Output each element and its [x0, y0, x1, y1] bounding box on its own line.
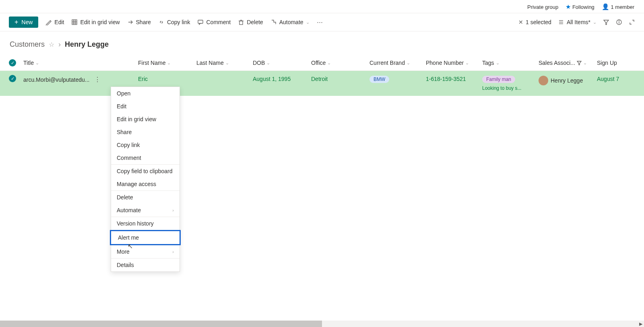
comment-icon: [197, 19, 204, 25]
chevron-down-icon: ⌄: [496, 60, 500, 66]
chevron-down-icon: ⌄: [225, 60, 229, 66]
copy-link-button[interactable]: Copy link: [158, 19, 190, 25]
menu-details[interactable]: Details: [111, 259, 180, 271]
column-tags[interactable]: Tags ⌄: [482, 60, 539, 66]
column-current-brand[interactable]: Current Brand ⌄: [369, 60, 426, 66]
column-dob[interactable]: DOB ⌄: [253, 60, 311, 66]
chevron-down-icon: ⌄: [327, 60, 331, 66]
trash-icon: [238, 19, 244, 25]
row-office: Detroit: [311, 75, 369, 82]
column-last-name[interactable]: Last Name ⌄: [196, 60, 253, 66]
more-actions-button[interactable]: ⋯: [317, 19, 323, 26]
menu-delete[interactable]: Delete: [111, 191, 180, 204]
svg-rect-6: [239, 21, 243, 25]
menu-version-history[interactable]: Version history: [111, 217, 180, 230]
menu-copy-field[interactable]: Copy field to clipboard: [111, 165, 180, 178]
chevron-right-icon: ›: [172, 208, 174, 213]
table-header: ✓ Title ⌄ First Name ⌄ Last Name ⌄ DOB ⌄…: [0, 55, 644, 71]
ellipsis-icon: ⋯: [317, 19, 323, 26]
menu-edit[interactable]: Edit: [111, 100, 180, 113]
svg-rect-5: [198, 20, 203, 23]
row-dob: August 1, 1995: [253, 75, 311, 82]
expand-button[interactable]: [629, 19, 635, 25]
column-phone[interactable]: Phone Number ⌄: [426, 60, 482, 66]
column-sign-up[interactable]: Sign Up: [597, 60, 629, 66]
column-title[interactable]: Title ⌄: [23, 60, 138, 66]
row-first-name: Eric: [138, 75, 196, 82]
avatar: [539, 76, 548, 85]
horizontal-scrollbar[interactable]: ▶: [0, 321, 644, 327]
row-phone: 1-618-159-3521: [426, 75, 482, 82]
filter-icon: [577, 60, 582, 65]
brand-pill: BMW: [369, 76, 389, 83]
row-last-name: [196, 75, 253, 76]
breadcrumb: Customers ☆ › Henry Legge: [0, 31, 644, 55]
tag-pill: Family man: [482, 76, 515, 83]
filter-button[interactable]: [603, 19, 609, 25]
pencil-icon: [45, 19, 52, 25]
favorite-star-icon[interactable]: ☆: [49, 41, 54, 48]
chevron-down-icon: ⌄: [593, 20, 597, 25]
scrollbar-thumb[interactable]: [0, 321, 322, 327]
privacy-label: Private group: [527, 4, 558, 10]
context-menu: Open Edit Edit in grid view Share Copy l…: [111, 87, 180, 272]
row-select-toggle[interactable]: ✓: [9, 75, 16, 82]
svg-point-14: [619, 21, 619, 21]
share-icon: [127, 19, 134, 25]
star-icon: ★: [566, 3, 571, 10]
breadcrumb-item: Henry Legge: [65, 40, 109, 49]
menu-share[interactable]: Share: [111, 126, 180, 139]
tag-text: Looking to buy s...: [482, 85, 539, 91]
breadcrumb-list[interactable]: Customers: [10, 40, 45, 49]
automate-button[interactable]: Automate ⌄: [270, 19, 310, 25]
menu-manage-access[interactable]: Manage access: [111, 178, 180, 190]
edit-grid-button[interactable]: Edit in grid view: [71, 19, 120, 25]
close-icon: ✕: [518, 19, 523, 25]
new-button[interactable]: +New: [9, 17, 38, 28]
comment-button[interactable]: Comment: [197, 19, 231, 25]
chevron-down-icon: ⌄: [583, 60, 587, 66]
row-more-button[interactable]: ⋮: [93, 76, 101, 83]
flow-icon: [270, 19, 277, 25]
expand-icon: [629, 19, 635, 25]
info-icon: [616, 19, 622, 25]
chevron-right-icon: ›: [58, 40, 61, 49]
plus-icon: +: [14, 19, 18, 25]
column-sales-associate[interactable]: Sales Associ... ⌄: [539, 60, 597, 66]
clear-selection-button[interactable]: ✕ 1 selected: [518, 19, 551, 25]
info-button[interactable]: [616, 19, 622, 25]
delete-button[interactable]: Delete: [238, 19, 263, 25]
chevron-down-icon: ⌄: [407, 60, 410, 66]
chevron-down-icon: ⌄: [266, 60, 270, 66]
sales-associate-name: Henry Legge: [551, 77, 583, 84]
action-bar: +New Edit Edit in grid view Share Copy l…: [0, 13, 644, 31]
row-title[interactable]: arcu.Morbi@vulputatedu...: [23, 77, 89, 83]
menu-copy-link[interactable]: Copy link: [111, 139, 180, 151]
edit-button[interactable]: Edit: [45, 19, 64, 25]
menu-automate[interactable]: Automate›: [111, 204, 180, 217]
svg-rect-0: [72, 20, 77, 25]
members-link[interactable]: 👤 1 member: [602, 3, 634, 10]
menu-alert-me[interactable]: Alert me: [110, 230, 181, 245]
scroll-right-arrow[interactable]: ▶: [638, 321, 644, 327]
link-icon: [158, 19, 165, 25]
column-office[interactable]: Office ⌄: [311, 60, 369, 66]
chevron-down-icon: ⌄: [35, 60, 39, 66]
view-selector[interactable]: All Items* ⌄: [558, 19, 597, 25]
row-signup: August 7: [597, 75, 629, 82]
person-icon: 👤: [602, 3, 609, 10]
select-all-toggle[interactable]: ✓: [9, 59, 16, 66]
menu-comment[interactable]: Comment: [111, 151, 180, 164]
table-row[interactable]: ✓ arcu.Morbi@vulputatedu... ⋮ Eric Augus…: [0, 71, 644, 96]
menu-open[interactable]: Open: [111, 87, 180, 100]
column-first-name[interactable]: First Name ⌄: [138, 60, 196, 66]
menu-more[interactable]: More›: [111, 245, 180, 258]
chevron-down-icon: ⌄: [167, 60, 171, 66]
share-button[interactable]: Share: [127, 19, 151, 25]
chevron-down-icon: ⌄: [465, 60, 469, 66]
list-icon: [558, 19, 564, 25]
chevron-right-icon: ›: [172, 249, 174, 254]
following-toggle[interactable]: ★ Following: [566, 3, 594, 10]
chevron-down-icon: ⌄: [306, 20, 310, 25]
menu-edit-grid[interactable]: Edit in grid view: [111, 113, 180, 126]
